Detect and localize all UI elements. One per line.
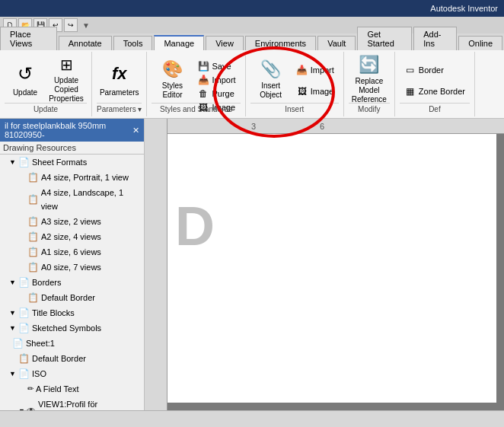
import-button[interactable]: 📥 Import xyxy=(194,73,238,87)
left-panel: il for steelplankbalk 950mm 81020950- ✕ … xyxy=(0,119,145,410)
iso-icon: 📄 xyxy=(18,367,30,381)
tree-item-view1[interactable]: ▼ 👁 VIEW1:Profil för steelplankbalk 950 xyxy=(0,397,144,410)
view1-icon: 👁 xyxy=(27,404,36,410)
parameters-label: Parameters xyxy=(100,88,139,97)
expand-sheet-formats: ▼ xyxy=(9,155,17,169)
a2-icon: 📋 xyxy=(27,230,39,244)
title-bar: Autodesk Inventor xyxy=(0,0,504,17)
update-copied-properties-button[interactable]: ⊞ Update Copied Properties xyxy=(47,56,85,102)
ruler-mark-6: 6 xyxy=(320,122,324,131)
main-area: il for steelplankbalk 950mm 81020950- ✕ … xyxy=(0,119,504,410)
zone-border-label: Zone Border xyxy=(419,87,465,96)
replace-model-ref-button[interactable]: 🔄 Replace Model Reference xyxy=(350,56,388,102)
tab-online[interactable]: Online xyxy=(458,36,502,50)
tree-item-default-border[interactable]: 📋 Default Border xyxy=(0,290,144,305)
image2-label: Image xyxy=(311,87,334,96)
insert-object-label: Insert Object xyxy=(254,81,289,100)
tree-item-a0[interactable]: 📋 A0 size, 7 views xyxy=(0,260,144,275)
styles-editor-button[interactable]: 🎨 Styles Editor xyxy=(153,56,191,102)
ribbon-tabs: Place Views Annotate Tools Manage View E… xyxy=(0,33,504,50)
expand-view1: ▼ xyxy=(18,404,25,410)
tab-annotate[interactable]: Annotate xyxy=(59,36,112,50)
tree-item-a4-portrait[interactable]: 📋 A4 size, Portrait, 1 view xyxy=(0,170,144,185)
tree-item-borders[interactable]: ▼ 📄 Borders xyxy=(0,275,144,290)
tree-item-sheet1[interactable]: 📄 Sheet:1 xyxy=(0,336,144,351)
tab-get-started[interactable]: Get Started xyxy=(357,27,412,50)
ribbon: ↺ Update ⊞ Update Copied Properties Upda… xyxy=(0,50,504,119)
a0-icon: 📋 xyxy=(27,260,39,274)
default-border-icon: 📋 xyxy=(27,291,39,304)
sketched-symbols-label: Sketched Symbols xyxy=(32,321,101,335)
tree-item-sheet-formats[interactable]: ▼ 📄 Sheet Formats xyxy=(0,155,144,170)
title-blocks-icon: 📄 xyxy=(18,306,30,320)
canvas-area: 3 6 D xyxy=(145,119,504,410)
status-bar xyxy=(0,410,504,427)
panel-section: Drawing Resources xyxy=(0,142,144,155)
styles-small-buttons: 💾 Save 📥 Import 🗑 Purge 🖼 Image xyxy=(194,56,238,102)
tree-item-field-text[interactable]: ✏ A Field Text xyxy=(0,381,144,397)
default-border2-label: Default Border xyxy=(32,352,86,365)
update-copied-label: Update Copied Properties xyxy=(49,76,84,104)
image2-button[interactable]: 🖼 Image xyxy=(293,84,337,98)
panel-file-name: il for steelplankbalk 950mm 81020950- xyxy=(5,121,132,139)
tree-item-sketched-symbols[interactable]: ▼ 📄 Sketched Symbols xyxy=(0,320,144,336)
insert-small-buttons: 📥 Import 🖼 Image xyxy=(293,56,337,102)
field-text-icon: ✏ xyxy=(27,382,33,396)
iso-label: ISO xyxy=(32,367,46,381)
import2-label: Import xyxy=(311,65,334,75)
tree-item-title-blocks[interactable]: ▼ 📄 Title Blocks xyxy=(0,305,144,320)
parameters-group-label: Parameters ▾ xyxy=(97,103,142,115)
tree-item-default-border2[interactable]: 📋 Default Border xyxy=(0,351,144,366)
border-icon: ▭ xyxy=(404,64,416,76)
tab-manage[interactable]: Manage xyxy=(154,35,204,50)
replace-model-ref-label: Replace Model Reference xyxy=(352,77,387,104)
border-button[interactable]: ▭ Border xyxy=(401,63,468,77)
tab-vault[interactable]: Vault xyxy=(317,36,356,50)
a2-label: A2 size, 4 views xyxy=(41,230,101,244)
tree-item-a4-landscape[interactable]: 📋 A4 size, Landscape, 1 view xyxy=(0,185,144,214)
borders-label: Borders xyxy=(32,276,62,289)
tab-environments[interactable]: Environments xyxy=(245,36,316,50)
insert-object-button[interactable]: 📎 Insert Object xyxy=(252,56,290,102)
a4-portrait-icon: 📋 xyxy=(27,170,39,184)
styles-editor-label: Styles Editor xyxy=(155,81,190,100)
ribbon-group-def: ▭ Border ▦ Zone Border Def xyxy=(395,52,475,116)
tree-item-iso[interactable]: ▼ 📄 ISO xyxy=(0,366,144,381)
a4-landscape-label: A4 size, Landscape, 1 view xyxy=(41,186,141,213)
styles-editor-icon: 🎨 xyxy=(160,59,184,79)
import2-icon: 📥 xyxy=(296,64,308,76)
ribbon-group-update: ↺ Update ⊞ Update Copied Properties Upda… xyxy=(0,52,92,116)
ribbon-group-styles: 🎨 Styles Editor 💾 Save 📥 Import 🗑 Purge … xyxy=(147,52,245,116)
tree-item-a3[interactable]: 📋 A3 size, 2 views xyxy=(0,214,144,229)
purge-label: Purge xyxy=(212,89,234,98)
tab-add-ins[interactable]: Add-Ins xyxy=(413,27,457,50)
a3-label: A3 size, 2 views xyxy=(41,215,101,228)
tree-item-a2[interactable]: 📋 A2 size, 4 views xyxy=(0,229,144,244)
tab-place-views[interactable]: Place Views xyxy=(0,27,57,50)
qa-help-icon: ▼ xyxy=(82,21,90,30)
purge-button[interactable]: 🗑 Purge xyxy=(194,87,238,100)
a4-landscape-icon: 📋 xyxy=(27,193,39,206)
import2-button[interactable]: 📥 Import xyxy=(293,63,337,77)
ribbon-group-parameters: fx Parameters Parameters ▾ xyxy=(92,52,147,116)
update-group-label: Update xyxy=(5,103,87,115)
panel-close-icon[interactable]: ✕ xyxy=(132,126,139,135)
a4-portrait-label: A4 size, Portrait, 1 view xyxy=(41,170,129,184)
tab-view[interactable]: View xyxy=(206,36,244,50)
tree-item-a1[interactable]: 📋 A1 size, 6 views xyxy=(0,244,144,260)
zone-border-button[interactable]: ▦ Zone Border xyxy=(401,84,468,98)
ribbon-group-modify: 🔄 Replace Model Reference Modify xyxy=(344,52,395,116)
ruler-top: 3 6 xyxy=(145,119,504,134)
update-button[interactable]: ↺ Update xyxy=(6,56,44,102)
save-styles-button[interactable]: 💾 Save xyxy=(194,59,238,73)
import-icon: 📥 xyxy=(197,74,209,86)
borders-icon: 📄 xyxy=(18,276,30,289)
parameters-button[interactable]: fx Parameters xyxy=(100,56,139,102)
save-label: Save xyxy=(212,62,231,71)
tab-tools[interactable]: Tools xyxy=(113,36,153,50)
ruler-left xyxy=(145,119,167,410)
insert-object-icon: 📎 xyxy=(259,59,283,79)
qa-redo-btn[interactable]: ↪ xyxy=(64,18,78,32)
a0-label: A0 size, 7 views xyxy=(41,260,101,274)
update-copied-icon: ⊞ xyxy=(54,56,78,74)
